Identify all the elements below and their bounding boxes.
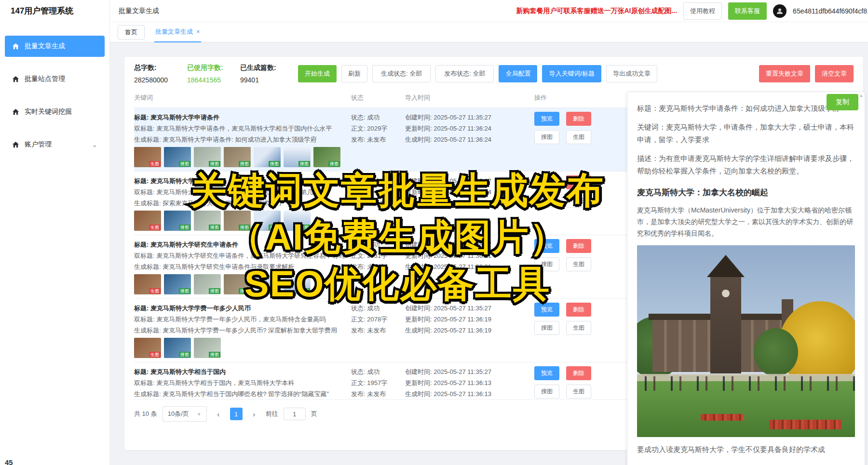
delete-button[interactable]: 删除 [566, 366, 591, 380]
preview-button[interactable]: 预览 [534, 112, 559, 126]
copy-button[interactable]: 复制 [827, 94, 858, 110]
article-thumbnail[interactable]: 搜图 [284, 147, 311, 167]
thumbnail-tag: 搜图 [179, 225, 190, 230]
export-success-button[interactable]: 导出成功文章 [606, 65, 657, 82]
article-thumbnail[interactable]: 搜图 [254, 274, 281, 294]
article-thumbnail[interactable]: 搜图 [224, 147, 251, 167]
article-thumbnail[interactable]: 搜图 [164, 338, 191, 358]
preview-button[interactable]: 预览 [534, 175, 559, 189]
article-title: 标题: 麦克马斯特大学申请条件 [134, 112, 346, 123]
delete-button[interactable]: 删除 [566, 175, 591, 189]
search-image-button[interactable]: 搜图 [534, 194, 559, 208]
article-thumbnail[interactable]: 生图 [134, 147, 161, 167]
article-thumbnail[interactable]: 搜图 [164, 211, 191, 231]
clear-articles-button[interactable]: 清空文章 [815, 65, 854, 82]
time-cell: 创建时间: 2025-05-27 11:35:27更新时间: 2025-05-2… [405, 239, 534, 294]
sidebar-item-1[interactable]: 批量站点管理 [5, 68, 105, 90]
article-thumbnail[interactable]: 搜图 [284, 274, 311, 294]
article-thumbnail[interactable]: 搜图 [254, 211, 281, 231]
close-icon[interactable]: × [196, 28, 200, 35]
thumbnail-tag: 搜图 [298, 161, 310, 167]
support-button[interactable]: 联系客服 [728, 2, 767, 20]
toolbar: 总字数:282580000已使用字数:186441565已生成篇数:99401 … [134, 64, 854, 84]
search-image-button[interactable]: 搜图 [534, 130, 559, 144]
thumbnail-tag: 生图 [149, 352, 161, 358]
thumbnail-tag: 搜图 [209, 288, 220, 294]
delete-button[interactable]: 删除 [566, 303, 591, 317]
preview-button[interactable]: 预览 [534, 239, 559, 253]
article-thumbnail[interactable]: 搜图 [164, 274, 191, 294]
notice-text[interactable]: 新购套餐用户可联系客服赠送一万张AI原创生成配图... [516, 7, 677, 15]
article-thumbnail[interactable]: 搜图 [224, 274, 251, 294]
publish-status-filter[interactable]: 发布状态: 全部 [435, 65, 494, 82]
thumbnail-strip: 生图搜图搜图搜图搜图搜图搜图 [134, 147, 351, 167]
scroll-up-icon[interactable]: ▲ [859, 93, 863, 98]
sidebar-item-label: 批量站点管理 [25, 75, 65, 83]
next-page-button[interactable]: › [248, 408, 260, 420]
article-title: 标题: 麦克马斯特大学世界排名 [134, 175, 346, 186]
chevron-down-icon: ⌄ [92, 141, 97, 148]
generate-image-button[interactable]: 生图 [566, 385, 591, 399]
delete-button[interactable]: 删除 [566, 112, 591, 126]
generated-time: 生成时间: 2025-05-27 11:36:21 [405, 261, 534, 272]
sidebar-item-label: 账户管理 [25, 140, 52, 149]
time-cell: 创建时间: 2025-05-27 11:35:27更新时间: 2025-05-2… [405, 112, 534, 167]
thumbnail-tag: 搜图 [209, 161, 220, 167]
tutorial-button[interactable]: 使用教程 [683, 2, 722, 20]
generate-image-button[interactable]: 生图 [566, 257, 591, 271]
tab-home[interactable]: 首页 [118, 25, 145, 40]
search-image-button[interactable]: 搜图 [534, 257, 559, 271]
search-image-button[interactable]: 搜图 [534, 385, 559, 399]
photo-flowers-2 [701, 414, 744, 421]
import-keywords-button[interactable]: 导入关键词/标题 [542, 65, 601, 82]
generate-image-button[interactable]: 生图 [566, 321, 591, 335]
preview-button[interactable]: 预览 [534, 366, 559, 380]
sidebar-item-3[interactable]: 账户管理⌄ [5, 134, 105, 155]
article-thumbnail[interactable]: 生图 [134, 338, 161, 358]
refresh-button[interactable]: 刷新 [341, 65, 367, 82]
article-thumbnail[interactable]: 搜图 [164, 147, 191, 167]
sidebar-item-0[interactable]: 批量文章生成 [5, 36, 105, 57]
preview-title: 标题：麦克马斯特大学申请条件：如何成功进入加拿大顶级学府 [637, 102, 855, 115]
preview-button[interactable]: 预览 [534, 303, 559, 317]
tab-label: 批量文章生成 [155, 27, 193, 36]
goto-label: 前往 [266, 410, 278, 418]
article-thumbnail[interactable]: 生图 [134, 211, 161, 231]
article-thumbnail[interactable]: 搜图 [194, 147, 221, 167]
preview-keywords: 关键词：麦克马斯特大学，申请条件，加拿大大学，硕士申请，本科申请，留学，入学要求 [637, 121, 855, 146]
created-time: 创建时间: 2025-05-27 11:35:27 [405, 239, 534, 250]
status-cell: 状态: 成功正文: 2031字发布: 未发布 [351, 239, 405, 294]
article-thumbnail[interactable]: 搜图 [313, 147, 340, 167]
thumbnail-tag: 搜图 [239, 161, 250, 167]
prev-page-button[interactable]: ‹ [212, 408, 225, 420]
preview-heading: 麦克马斯特大学：加拿大名校的崛起 [637, 187, 855, 198]
article-thumbnail[interactable]: 搜图 [194, 338, 221, 358]
search-image-button[interactable]: 搜图 [534, 321, 559, 335]
tab-batch-article[interactable]: 批量文章生成 × [154, 22, 201, 42]
time-cell: 创建时间: 2025-05-27 11:35:27更新时间: 2025-05-2… [405, 175, 534, 231]
article-thumbnail[interactable]: 搜图 [194, 211, 221, 231]
reset-failed-button[interactable]: 重置失败文章 [759, 65, 810, 82]
generate-status-filter[interactable]: 生成状态: 全部 [372, 65, 431, 82]
article-thumbnail[interactable]: 搜图 [284, 211, 311, 231]
time-cell: 创建时间: 2025-05-27 11:35:27更新时间: 2025-05-2… [405, 303, 534, 358]
article-thumbnail[interactable]: 搜图 [224, 211, 251, 231]
thumbnail-strip: 生图搜图搜图 [134, 338, 351, 358]
article-thumbnail[interactable]: 搜图 [194, 274, 221, 294]
global-config-button[interactable]: 全局配置 [499, 65, 537, 82]
generate-image-button[interactable]: 生图 [566, 194, 591, 208]
article-thumbnail[interactable]: 搜图 [254, 147, 281, 167]
delete-button[interactable]: 删除 [566, 239, 591, 253]
page-size-select[interactable]: 10条/页 ▼ [163, 406, 207, 422]
start-generate-button[interactable]: 开始生成 [298, 65, 337, 82]
thumbnail-tag: 搜图 [298, 225, 310, 230]
generate-image-button[interactable]: 生图 [566, 130, 591, 144]
page-label: 页 [311, 410, 317, 418]
article-thumbnail[interactable]: 生图 [134, 274, 161, 294]
generated-time: 生成时间: 2025-05-27 11:36:13 [405, 388, 534, 399]
goto-page-input[interactable] [284, 408, 306, 420]
current-page[interactable]: 1 [230, 408, 243, 420]
avatar[interactable] [773, 4, 787, 18]
sidebar-item-2[interactable]: 实时关键词挖掘 [5, 101, 105, 122]
publish-status: 发布: 未发布 [351, 325, 405, 336]
